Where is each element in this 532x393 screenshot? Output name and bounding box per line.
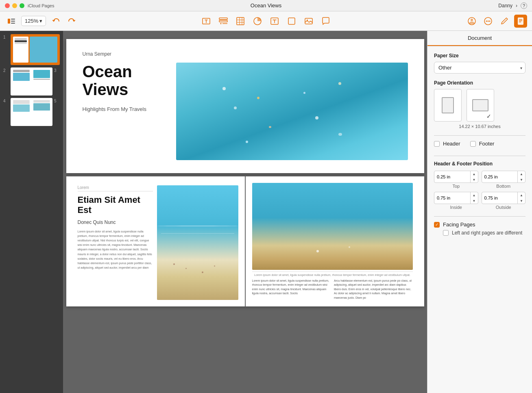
hf-top-increment[interactable]: ▲ [471,171,478,177]
share-button[interactable] [465,15,478,28]
divider-3 [434,216,525,217]
paper-size-section: Paper Size Other ▾ [434,53,525,74]
minimize-window-button[interactable] [12,3,17,8]
insert-text-button[interactable] [268,15,281,28]
landscape-icon [472,99,488,111]
page-thumbnail-sidebar: 1 2 [0,31,63,393]
svg-point-22 [486,20,487,22]
hf-top-decrement[interactable]: ▼ [471,177,478,182]
page1-subtitle: Highlights From My Travels [83,106,168,113]
hf-inside-increment[interactable]: ▲ [471,192,478,198]
portrait-orientation-button[interactable] [434,89,462,122]
page-2: Lorem Etiam Sit Amet Est Donec Quis Nunc… [66,176,245,306]
tab-document[interactable]: Document [427,31,532,46]
portrait-icon [442,97,454,113]
page1-text-section: Ocean Views Highlights From My Travels [83,63,168,160]
maximize-window-button[interactable] [20,3,24,8]
page-spread-2-3: Lorem Etiam Sit Amet Est Donec Quis Nunc… [66,176,424,306]
close-window-button[interactable] [5,3,10,8]
hf-inside-input[interactable] [434,194,470,202]
window-controls [5,3,24,8]
page2-image [157,185,238,300]
hf-inside-input-row[interactable]: ▲ ▼ [434,192,478,204]
hf-position-label: Header & Footer Position [434,161,525,167]
header-checkbox[interactable] [434,141,440,147]
help-icon[interactable]: ? [521,2,527,9]
title-bar-right: Danny › ? [498,2,527,9]
page-thumb-image-2[interactable] [11,67,52,96]
tab-document-label: Document [468,35,492,41]
user-name[interactable]: Danny [498,3,512,9]
page1-title: Ocean Views [83,63,168,98]
user-chevron: › [516,3,517,9]
undo-button[interactable] [49,15,62,28]
page-number-1: 1 [3,35,9,39]
paper-size-select-wrapper[interactable]: Other ▾ [434,62,525,74]
insert-comment-button[interactable] [319,15,332,28]
text-icon [270,17,279,26]
hf-bottom-label: Bottom [482,184,526,189]
hf-inside-decrement[interactable]: ▼ [471,198,478,204]
hf-bottom-input-row[interactable]: ▲ ▼ [482,171,526,183]
shape-icon [287,17,296,26]
zoom-selector[interactable]: 125% ▾ [21,16,46,26]
hf-bottom-input[interactable] [482,173,518,181]
sidebar-toggle-button[interactable] [5,15,18,28]
page-thumbnail-4-5[interactable]: 4 5 [3,98,60,126]
toolbar: 125% ▾ [0,11,532,31]
footer-checkbox[interactable] [470,141,476,147]
redo-button[interactable] [65,15,78,28]
hf-outside-decrement[interactable]: ▼ [518,198,525,204]
insert-shape-button[interactable] [285,15,298,28]
insert-list-button[interactable] [217,15,230,28]
page-thumb-image-4[interactable] [11,98,52,126]
insert-chart-button[interactable] [251,15,264,28]
undo-icon [52,17,59,25]
page-3: Lorem ipsum dolor sit amet, ligula suspe… [246,176,424,306]
hf-top-input[interactable] [434,173,470,181]
landscape-orientation-button[interactable] [467,89,494,122]
hf-bottom-increment[interactable]: ▲ [518,171,525,177]
page3-caption-text: Lorem ipsum dolor sit amet, ligula suspe… [252,274,413,276]
left-right-different-checkbox[interactable] [443,230,449,236]
canvas-area[interactable]: Urna Semper Ocean Views Highlights From … [63,31,427,393]
document-view-button[interactable] [514,15,527,28]
right-panel: Document Paper Size Other ▾ Page Orienta… [427,31,532,393]
hf-outside-stepper: ▲ ▼ [517,192,525,204]
chart-icon [253,17,262,26]
hf-top-field: ▲ ▼ Top [434,171,478,189]
hf-bottom-decrement[interactable]: ▼ [518,177,525,182]
title-bar-left: iCloud Pages [5,3,54,8]
hf-outside-increment[interactable]: ▲ [518,192,525,198]
zoom-chevron-icon: ▾ [39,18,42,24]
pen-button[interactable] [498,15,511,28]
hf-outside-input-row[interactable]: ▲ ▼ [482,192,526,204]
svg-rect-1 [11,19,15,20]
svg-rect-2 [11,21,15,22]
hf-inside-field: ▲ ▼ Inside [434,192,478,210]
divider-2 [434,156,525,156]
svg-rect-6 [219,20,227,22]
table-icon [236,17,245,26]
textbox-icon [202,17,211,26]
page-thumbnail-1[interactable]: 1 [3,34,60,65]
svg-rect-9 [237,17,244,25]
page-thumb-image-1[interactable] [11,34,60,65]
insert-table-button[interactable] [234,15,247,28]
facing-pages-checkbox[interactable] [434,222,440,228]
hf-outside-input[interactable] [482,194,518,202]
page2-body: Lorem ipsum dolor sit amet, ligula suspe… [78,229,153,270]
paper-size-select[interactable]: Other [434,62,525,74]
orientation-options [434,89,525,122]
more-options-button[interactable] [482,15,495,28]
header-checkbox-label: Header [443,141,460,147]
page-thumbnail-2-3[interactable]: 2 3 [3,67,60,96]
header-footer-position-section: Header & Footer Position ▲ ▼ Top [434,161,525,210]
hf-top-input-row[interactable]: ▲ ▼ [434,171,478,183]
page2-label: Lorem [78,185,153,191]
insert-media-button[interactable] [302,15,315,28]
svg-point-7 [220,23,221,24]
page-orientation-label: Page Orientation [434,80,525,86]
page2-title: Etiam Sit Amet Est [78,195,153,215]
insert-textbox-button[interactable] [200,15,213,28]
